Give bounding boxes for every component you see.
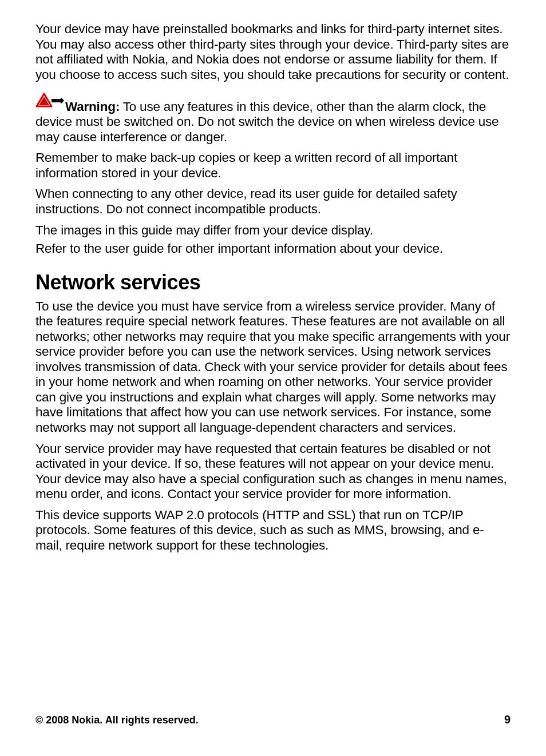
copyright-text: © 2008 Nokia. All rights reserved. xyxy=(35,714,199,726)
body-paragraph: Your service provider may have requested… xyxy=(35,441,511,502)
page-number: 9 xyxy=(504,713,511,726)
body-paragraph: This device supports WAP 2.0 protocols (… xyxy=(35,508,511,554)
warning-label: Warning: xyxy=(65,100,120,114)
warning-icon xyxy=(35,93,64,114)
body-paragraph: When connecting to any other device, rea… xyxy=(35,186,511,217)
svg-marker-2 xyxy=(61,97,64,104)
warning-paragraph: Warning: To use any features in this dev… xyxy=(35,93,511,145)
body-paragraph: The images in this guide may differ from… xyxy=(35,223,511,238)
body-paragraph: Refer to the user guide for other import… xyxy=(35,241,511,257)
section-heading: Network services xyxy=(35,270,511,295)
body-paragraph: Remember to make back-up copies or keep … xyxy=(35,150,511,181)
page-footer: © 2008 Nokia. All rights reserved. 9 xyxy=(35,713,511,726)
body-paragraph: Your device may have preinstalled bookma… xyxy=(35,22,511,82)
document-page: Your device may have preinstalled bookma… xyxy=(0,0,546,756)
body-paragraph: To use the device you must have service … xyxy=(35,299,511,436)
